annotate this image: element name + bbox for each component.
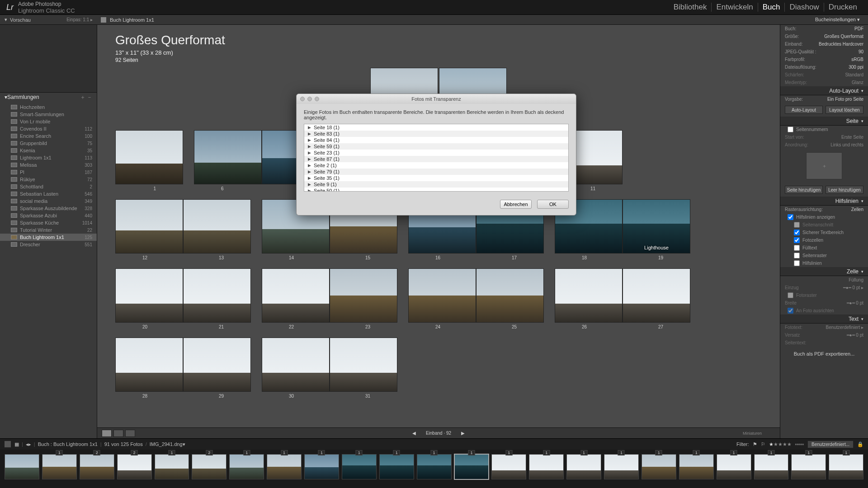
align-to-photo-checkbox[interactable] [788,308,793,314]
add-collection-button[interactable]: ＋ － [80,94,92,101]
info-path[interactable]: Buch : Buch Lightroom 1x1 [38,441,98,447]
book-settings-header[interactable]: Bucheinstellungen ▾ [780,17,868,23]
book-page[interactable] [555,268,623,323]
minimize-icon[interactable] [307,97,312,101]
chevron-down-icon[interactable]: ▾ [183,441,185,447]
book-page[interactable] [183,268,251,323]
collection-item[interactable]: Sparkasse Auszubildende328 [0,205,97,212]
collection-item[interactable]: Lightroom 1x1113 [0,154,97,161]
collection-item[interactable]: Hochzeiten [0,103,97,111]
offset-slider[interactable]: ━●━ 0 pt [847,333,864,338]
ok-button[interactable]: OK [537,200,569,209]
preset-value[interactable]: Ein Foto pro Seite [827,97,863,102]
filmstrip-thumb[interactable]: 1 [829,454,863,479]
preview-header[interactable]: ▾ Vorschau Einpas: 1:1 ▸ [0,17,97,23]
book-page[interactable] [476,268,544,323]
filmstrip-thumb[interactable]: 1 [417,454,452,479]
setting-value[interactable]: sRGB [851,57,863,62]
book-canvas[interactable]: Großes Querformat 13" x 11" (33 x 28 cm)… [97,25,780,438]
filmstrip-thumb[interactable]: 1 [454,454,489,479]
filmstrip[interactable]: 1221211111111111111111 [0,450,868,483]
guide-option-checkbox[interactable] [794,237,800,243]
book-page[interactable] [262,268,330,323]
filmstrip-thumb[interactable]: 1 [155,454,189,479]
page-section-header[interactable]: Seite▾ [780,117,868,126]
collection-item[interactable]: Covendos II112 [0,125,97,132]
show-guides-checkbox[interactable] [788,214,793,220]
book-page[interactable] [183,338,251,392]
filmstrip-thumb[interactable]: 1 [642,454,676,479]
filmstrip-thumb[interactable]: 2 [192,454,226,479]
filmstrip-thumb[interactable]: 2 [117,454,152,479]
view-spread-button[interactable] [113,430,123,437]
grid-icon[interactable] [101,17,106,23]
book-page[interactable] [194,130,262,184]
dialog-list-item[interactable]: ▶Seite 83 (1) [304,131,568,137]
photo-border-checkbox[interactable] [788,292,793,298]
filmstrip-thumb[interactable]: 2 [80,454,114,479]
disclosure-icon[interactable]: ▶ [308,138,311,142]
page-spread[interactable]: 2627 [555,268,690,329]
collection-item[interactable]: Sparkasse Küche1014 [0,219,97,226]
guide-option-checkbox[interactable] [794,222,800,228]
dialog-list-item[interactable]: ▶Seite 23 (1) [304,150,568,156]
filmstrip-thumb[interactable]: 1 [717,454,751,479]
inset-slider[interactable]: ━●━ 0 pt ▸ [843,285,863,290]
filmstrip-thumb[interactable]: 1 [491,454,526,479]
guide-option-checkbox[interactable] [794,245,800,251]
flag-picked-icon[interactable]: ⚑ [753,441,757,447]
module-entwickeln[interactable]: Entwickeln [712,3,758,12]
collection-item[interactable]: Smart-Sammlungen [0,111,97,118]
filmstrip-thumb[interactable]: 1 [42,454,77,479]
dialog-list-item[interactable]: ▶Seite 84 (1) [304,137,568,143]
disclosure-icon[interactable]: ▶ [308,169,311,174]
dialog-list-item[interactable]: ▶Seite 59 (1) [304,143,568,150]
book-page[interactable] [408,268,476,323]
setting-value[interactable]: Großes Querformat [824,34,863,39]
disclosure-icon[interactable]: ▶ [308,163,311,168]
collections-header[interactable]: ▾ Sammlungen ＋ － [0,93,97,102]
collection-item[interactable]: Sebastian Lasten546 [0,190,97,197]
view-single-button[interactable] [125,430,135,437]
filmstrip-thumb[interactable]: 1 [267,454,302,479]
book-page[interactable] [183,199,251,253]
guide-option-checkbox[interactable] [794,253,800,258]
dialog-list-item[interactable]: ▶Seite 9 (1) [304,181,568,188]
book-page[interactable] [623,268,690,323]
page-spread[interactable]: 1213 [115,199,251,260]
filmstrip-thumb[interactable] [5,454,39,479]
collection-item[interactable]: Melissa303 [0,161,97,169]
second-window-icon[interactable] [5,441,11,447]
disclosure-icon[interactable]: ▶ [308,144,311,149]
book-page[interactable] [262,338,330,392]
filmstrip-thumb[interactable]: 1 [304,454,339,479]
dialog-list-item[interactable]: ▶Seite 87 (1) [304,156,568,162]
prev-page-button[interactable]: ◀ [409,431,420,436]
guide-option-checkbox[interactable] [794,260,800,266]
filmstrip-thumb[interactable]: 1 [229,454,264,479]
grid-snap-value[interactable]: Zellen [851,207,863,212]
disclosure-icon[interactable]: ▶ [308,131,311,136]
page-numbers-checkbox[interactable] [788,127,793,132]
add-blank-button[interactable]: Leer hinzufügen [826,186,863,194]
module-drucken[interactable]: Drucken [824,3,862,12]
text-header[interactable]: Text▾ [780,314,868,324]
cancel-button[interactable]: Abbrechen [500,200,532,209]
collection-item[interactable]: Tutorial Winter22 [0,226,97,234]
filmstrip-thumb[interactable]: 1 [604,454,639,479]
breadcrumb[interactable]: Buch Lightroom 1x1 [110,17,154,23]
page-spread[interactable]: 1 [115,130,183,191]
export-pdf-button[interactable]: Buch als PDF exportieren... [794,351,855,357]
setting-value[interactable]: Standard [845,72,863,77]
filmstrip-thumb[interactable]: 1 [566,454,601,479]
cell-header[interactable]: Zelle▾ [780,267,868,276]
setting-value[interactable]: PDF [854,26,863,31]
page-spread[interactable]: 2021 [115,268,251,329]
phototext-value[interactable]: Benutzerdefiniert ▸ [826,325,863,330]
dialog-list[interactable]: ▶Seite 18 (1)▶Seite 83 (1)▶Seite 84 (1)▶… [304,124,569,192]
disclosure-icon[interactable]: ▶ [308,150,311,155]
module-bibliothek[interactable]: Bibliothek [669,3,712,12]
close-icon[interactable] [300,97,305,101]
module-buch[interactable]: Buch [758,3,785,12]
dialog-list-item[interactable]: ▶Seite 79 (1) [304,169,568,175]
